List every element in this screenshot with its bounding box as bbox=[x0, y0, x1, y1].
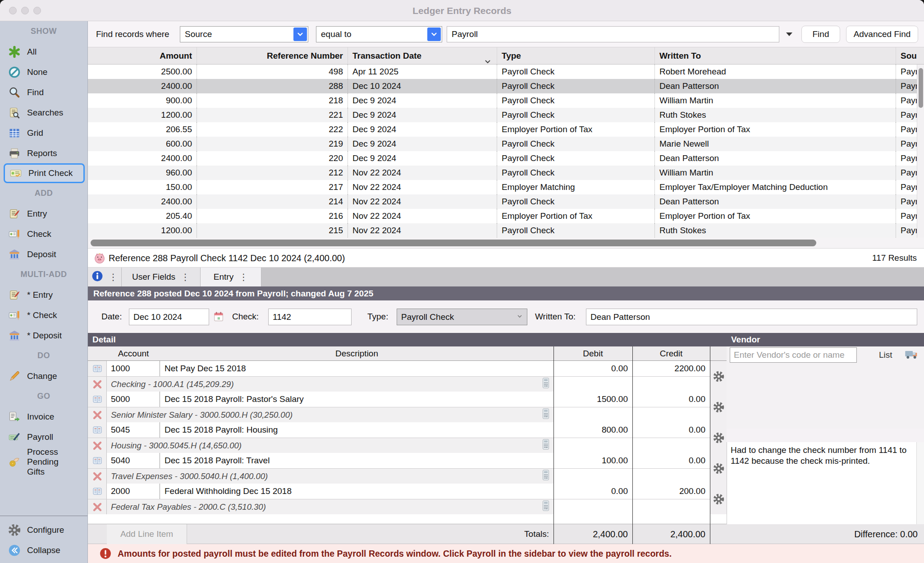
debit-field[interactable]: 800.00 bbox=[553, 422, 632, 438]
line-options-gear-icon[interactable] bbox=[710, 392, 727, 422]
check-number-field[interactable] bbox=[268, 309, 352, 325]
sidebar-item-none[interactable]: None bbox=[0, 62, 87, 82]
table-row-selected[interactable]: 2400.00288Dec 10 2024Payroll CheckDean P… bbox=[88, 79, 924, 93]
sidebar-item-payroll[interactable]: Payroll bbox=[0, 427, 87, 447]
sidebar-item-collapse[interactable]: Collapse bbox=[0, 540, 87, 560]
sidebar-item-all[interactable]: All bbox=[0, 42, 87, 62]
tab-user-fields[interactable]: User Fields ⋮ bbox=[122, 268, 201, 286]
horizontal-scrollbar-thumb[interactable] bbox=[91, 240, 816, 246]
description-field[interactable]: Federal Withholding Dec 15 2018 bbox=[160, 484, 553, 499]
column-header-source[interactable]: Source bbox=[896, 47, 917, 64]
table-row[interactable]: 960.00212Nov 22 2024Payroll CheckWilliam… bbox=[88, 166, 924, 180]
debit-field-empty[interactable] bbox=[553, 377, 632, 392]
calculator-icon[interactable] bbox=[541, 408, 551, 422]
detail-line-row[interactable]: 5040 Dec 15 2018 Payroll: Travel 100.00 … bbox=[88, 453, 727, 468]
sidebar-item-multi-deposit[interactable]: * Deposit bbox=[0, 325, 87, 346]
detail-line-row[interactable]: 5000 Dec 15 2018 Payroll: Pastor's Salar… bbox=[88, 392, 727, 407]
credit-field[interactable]: 0.00 bbox=[632, 422, 710, 438]
column-header-transaction-date[interactable]: Transaction Date bbox=[348, 47, 497, 64]
find-operator-select[interactable]: equal to bbox=[316, 26, 442, 42]
table-row[interactable]: 2500.00498Apr 11 2025Payroll CheckRobert… bbox=[88, 65, 924, 79]
debit-field[interactable]: 1500.00 bbox=[553, 392, 632, 407]
advanced-find-button[interactable]: Advanced Find bbox=[846, 26, 918, 43]
sidebar-item-reports[interactable]: Reports bbox=[0, 143, 87, 163]
credit-field-empty[interactable] bbox=[632, 499, 710, 514]
calculator-icon[interactable] bbox=[541, 438, 551, 452]
vertical-scrollbar[interactable] bbox=[917, 65, 924, 238]
account-number-field[interactable]: 2000 bbox=[107, 484, 160, 499]
debit-field[interactable]: 100.00 bbox=[553, 453, 632, 468]
account-number-field[interactable]: 5045 bbox=[107, 422, 160, 438]
delete-line-icon[interactable] bbox=[88, 438, 107, 453]
horizontal-scrollbar[interactable] bbox=[88, 238, 924, 249]
credit-field-empty[interactable] bbox=[632, 407, 710, 422]
ledger-book-icon[interactable] bbox=[88, 422, 107, 438]
sidebar-item-process-pending-gifts[interactable]: Process Pending Gifts bbox=[0, 447, 87, 477]
delete-line-icon[interactable] bbox=[88, 407, 107, 422]
ledger-book-icon[interactable] bbox=[88, 392, 107, 407]
written-to-field[interactable] bbox=[586, 309, 917, 325]
truck-icon[interactable] bbox=[905, 349, 919, 362]
find-field-select[interactable]: Source bbox=[180, 26, 308, 42]
ledger-book-icon[interactable] bbox=[88, 361, 107, 376]
tab-menu-icon[interactable]: ⋮ bbox=[109, 272, 118, 282]
vendor-list-button[interactable]: List bbox=[879, 347, 892, 363]
sidebar-item-searches[interactable]: Searches bbox=[0, 102, 87, 123]
detail-line-row[interactable]: 2000 Federal Withholding Dec 15 2018 0.0… bbox=[88, 484, 727, 499]
debit-field[interactable]: 0.00 bbox=[553, 484, 632, 499]
type-select[interactable]: Payroll Check bbox=[397, 309, 527, 325]
table-row[interactable]: 205.40216Nov 22 2024Employer Portion of … bbox=[88, 209, 924, 223]
ledger-book-icon[interactable] bbox=[88, 453, 107, 468]
calendar-icon[interactable] bbox=[212, 310, 225, 325]
delete-line-icon[interactable] bbox=[88, 377, 107, 392]
debit-field-empty[interactable] bbox=[553, 438, 632, 453]
table-row[interactable]: 2400.00220Dec 9 2024Payroll CheckDean Pa… bbox=[88, 151, 924, 166]
credit-field[interactable]: 2200.00 bbox=[632, 361, 710, 376]
tab-menu-icon[interactable]: ⋮ bbox=[239, 272, 248, 282]
credit-field-empty[interactable] bbox=[632, 377, 710, 392]
credit-field-empty[interactable] bbox=[632, 469, 710, 484]
credit-field[interactable]: 0.00 bbox=[632, 392, 710, 407]
find-button[interactable]: Find bbox=[801, 26, 840, 43]
calculator-icon[interactable] bbox=[541, 377, 551, 391]
column-header-reference-number[interactable]: Reference Number bbox=[197, 47, 348, 64]
memo-textarea[interactable]: Had to change the check number from 1141… bbox=[727, 442, 916, 524]
description-field[interactable]: Dec 15 2018 Payroll: Pastor's Salary bbox=[160, 392, 553, 407]
tab-info[interactable]: ⋮ bbox=[88, 268, 122, 286]
recent-searches-dropdown-icon[interactable] bbox=[785, 31, 794, 39]
debit-field-empty[interactable] bbox=[553, 407, 632, 422]
debit-field-empty[interactable] bbox=[553, 499, 632, 514]
ledger-book-icon[interactable] bbox=[88, 484, 107, 499]
sidebar-item-grid[interactable]: Grid bbox=[0, 123, 87, 143]
sidebar-item-deposit[interactable]: Deposit bbox=[0, 244, 87, 264]
sidebar-item-change[interactable]: Change bbox=[0, 366, 87, 386]
description-field[interactable]: Dec 15 2018 Payroll: Travel bbox=[160, 453, 553, 468]
memo-scrollbar[interactable] bbox=[916, 442, 924, 524]
table-row[interactable]: 600.00219Dec 9 2024Payroll CheckMarie Ne… bbox=[88, 137, 924, 151]
sidebar-item-find[interactable]: Find bbox=[0, 82, 87, 102]
sidebar-item-configure[interactable]: Configure bbox=[0, 520, 87, 540]
line-options-gear-icon[interactable] bbox=[710, 422, 727, 453]
add-line-item-button[interactable]: Add Line Item bbox=[107, 524, 187, 544]
sidebar-item-multi-check[interactable]: * Check bbox=[0, 305, 87, 325]
debit-field[interactable]: 0.00 bbox=[553, 361, 632, 376]
column-header-written-to[interactable]: Written To bbox=[655, 47, 896, 64]
tab-entry[interactable]: Entry ⋮ bbox=[201, 268, 261, 286]
tab-menu-icon[interactable]: ⋮ bbox=[181, 272, 190, 282]
table-row[interactable]: 150.00217Nov 22 2024Employer MatchingEmp… bbox=[88, 180, 924, 194]
debit-field-empty[interactable] bbox=[553, 469, 632, 484]
line-options-gear-icon[interactable] bbox=[710, 361, 727, 392]
sidebar-item-invoice[interactable]: Invoice bbox=[0, 406, 87, 427]
date-field[interactable] bbox=[129, 309, 209, 325]
find-value-input[interactable] bbox=[447, 26, 779, 42]
credit-field-empty[interactable] bbox=[632, 438, 710, 453]
table-row[interactable]: 206.55222Dec 9 2024Employer Portion of T… bbox=[88, 122, 924, 137]
description-field[interactable]: Dec 15 2018 Payroll: Housing bbox=[160, 422, 553, 438]
delete-line-icon[interactable] bbox=[88, 499, 107, 514]
account-number-field[interactable]: 5040 bbox=[107, 453, 160, 468]
delete-line-icon[interactable] bbox=[88, 469, 107, 484]
column-header-amount[interactable]: Amount bbox=[88, 47, 197, 64]
account-number-field[interactable]: 1000 bbox=[107, 361, 160, 376]
calculator-icon[interactable] bbox=[541, 469, 551, 483]
table-row[interactable]: 900.00218Dec 9 2024Payroll CheckWilliam … bbox=[88, 93, 924, 108]
